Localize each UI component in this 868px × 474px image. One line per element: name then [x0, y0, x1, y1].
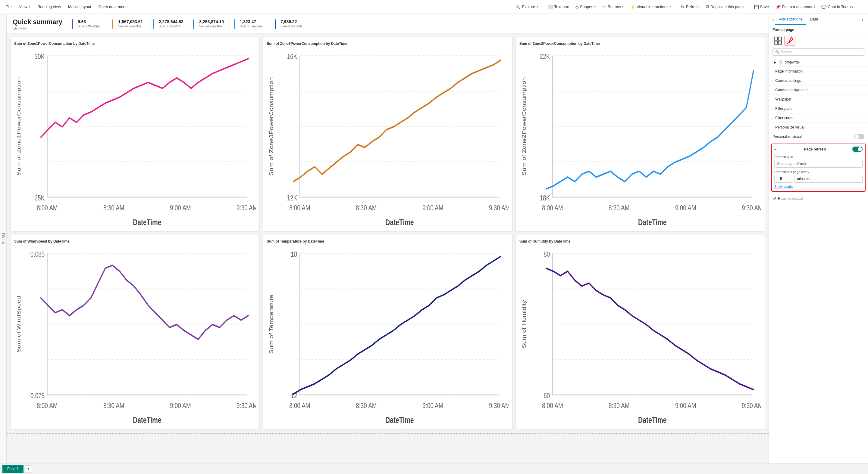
chart-area-5: 8060 8:00 AM8:30 AM9:00 AM9:30 AM DateTi… [519, 245, 761, 426]
svg-rect-92 [774, 41, 778, 44]
svg-text:9:00 AM: 9:00 AM [170, 204, 191, 212]
save-button[interactable]: 💾 Save [751, 3, 772, 10]
svg-text:DateTime: DateTime [385, 217, 414, 227]
kpi-value-5: 7,986.22 [280, 19, 303, 24]
pin-button[interactable]: 📌 Pin to a dashboard [773, 3, 818, 10]
chart-area-1: 16K12K 8:00 AM8:30 AM9:00 AM9:30 AM Date… [267, 47, 508, 229]
kpi-item-5: 7,986.22 Sum of Humidity [275, 19, 305, 29]
sep1 [543, 3, 543, 10]
chart-svg-4: 1812 8:00 AM8:30 AM9:00 AM9:30 AM DateTi… [267, 245, 508, 426]
personalize-visual-toggle[interactable] [854, 134, 864, 139]
file-label: File [5, 4, 12, 9]
section-arrow-6: › [773, 126, 773, 129]
section-5[interactable]: › Filter cards [769, 113, 868, 123]
panel-collapse-left[interactable]: ‹ [771, 15, 775, 24]
section-4[interactable]: › Filter pane [769, 104, 868, 113]
kpi-item-4: 1,823.47 Sum of Temperat... [234, 19, 268, 29]
report-title-block: Quick summary citypwrtbl [13, 18, 62, 30]
svg-rect-90 [774, 37, 778, 40]
file-menu[interactable]: File [2, 3, 15, 10]
kpi-cards: 9.63 Sum of WindSpe... 1,567,053.51 Sum … [72, 19, 305, 29]
more-button[interactable]: ... [856, 3, 866, 10]
shapes-button[interactable]: ◇ Shapes ▾ [572, 3, 599, 10]
svg-text:8:00 AM: 8:00 AM [289, 402, 310, 410]
duplicate-button[interactable]: ⧉ Duplicate this page [703, 3, 747, 10]
refresh-button[interactable]: ↻ Refresh [678, 3, 703, 10]
tab-data[interactable]: Data [806, 14, 822, 25]
search-icon: 🔍 [775, 50, 780, 54]
chat-button[interactable]: 💬 Chat in Teams [818, 3, 856, 10]
charts-grid: Sum of Zone1PowerConsumption by DateTime… [7, 33, 769, 433]
report-header: Quick summary citypwrtbl 9.63 Sum of Win… [7, 14, 769, 33]
svg-text:DateTime: DateTime [133, 415, 161, 424]
show-details-link[interactable]: Show details [774, 185, 793, 189]
page-refresh-toggle[interactable] [852, 146, 863, 152]
panel-expand-right[interactable]: › [859, 15, 866, 24]
explore-button[interactable]: 🔍 Explore ▾ [513, 3, 541, 10]
add-page-button[interactable]: + [25, 465, 32, 473]
section-label-1: Canvas settings [775, 78, 801, 83]
svg-text:Sum of Zone1PowerConsumption: Sum of Zone1PowerConsumption [16, 77, 22, 176]
format-tab-grid[interactable] [773, 36, 783, 45]
shapes-icon: ◇ [576, 4, 579, 9]
view-arrow: ▾ [29, 5, 30, 8]
chart-title-0: Sum of Zone1PowerConsumption by DateTime [14, 41, 256, 46]
svg-text:Sum of Humidity: Sum of Humidity [521, 300, 527, 348]
reset-default-button[interactable]: ↺ Reset to default [769, 194, 868, 203]
svg-text:Sum of Zone3PowerConsumption: Sum of Zone3PowerConsumption [269, 77, 274, 176]
reading-view[interactable]: Reading view [34, 3, 64, 10]
toolbar-right: 🔍 Explore ▾ ⬜ Text box ◇ Shapes ▾ ▭ Butt… [513, 3, 866, 10]
section-arrow-0: › [773, 70, 773, 73]
section-0[interactable]: › Page information [769, 67, 868, 76]
section-label-0: Page information [775, 69, 803, 73]
svg-text:Sum of Temperature: Sum of Temperature [269, 295, 274, 354]
table-icon: 📋 [778, 60, 783, 64]
svg-text:8:30 AM: 8:30 AM [356, 204, 377, 212]
mobile-layout[interactable]: Mobile layout [65, 3, 94, 10]
refresh-type-select[interactable]: Auto page refresh [774, 160, 863, 168]
svg-text:9:30 AM: 9:30 AM [489, 402, 508, 410]
panel-search[interactable]: 🔍 [773, 48, 864, 56]
kpi-label-2: Sum of Zone2Po... [159, 25, 184, 28]
svg-text:9:30 AM: 9:30 AM [237, 402, 256, 410]
kpi-item-3: 3,268,874.19 Sum of Zone1Po... [193, 19, 226, 29]
section-1[interactable]: › Canvas settings [769, 76, 868, 85]
section-arrow-1: › [773, 79, 773, 82]
page-refresh-header: ▾ Page refresh [774, 146, 863, 152]
chart-title-4: Sum of Temperature by DateTime [267, 239, 508, 243]
kpi-label-5: Sum of Humidity [280, 25, 303, 28]
pin-icon: 📌 [776, 4, 781, 9]
visual-interactions-button[interactable]: ⚡ Visual interactions ▾ [627, 3, 674, 10]
svg-text:80: 80 [544, 250, 550, 259]
chart-card-3: Sum of WindSpeed by DateTime 0.0850.075 … [10, 235, 260, 430]
filters-strip[interactable]: Filters [0, 14, 7, 463]
page-refresh-title: Page refresh [804, 147, 826, 151]
data-tree-item[interactable]: ▶ 📋 citypwrtbl [773, 59, 864, 65]
buttons-button[interactable]: ▭ Buttons ▾ [599, 3, 627, 10]
personalize-visual-label: Personalize visual [773, 135, 802, 139]
textbox-button[interactable]: ⬜ Text box [545, 3, 572, 10]
svg-text:18: 18 [291, 250, 298, 259]
open-data-model[interactable]: Open data model [95, 3, 132, 10]
page-tab-1[interactable]: Page 1 [2, 465, 24, 473]
svg-text:25K: 25K [35, 194, 45, 202]
svg-text:30K: 30K [35, 53, 45, 61]
tab-visualizations[interactable]: Visualizations [775, 14, 806, 25]
svg-text:9:30 AM: 9:30 AM [489, 204, 508, 212]
refresh-unit-select[interactable]: minutes seconds [794, 175, 863, 183]
search-input[interactable] [781, 50, 862, 54]
kpi-label-0: Sum of WindSpe... [78, 25, 103, 28]
section-2[interactable]: › Canvas background [769, 85, 868, 95]
section-3[interactable]: › Wallpaper [769, 95, 868, 104]
view-menu[interactable]: View ▾ [16, 3, 33, 10]
chart-svg-1: 16K12K 8:00 AM8:30 AM9:00 AM9:30 AM Date… [267, 47, 508, 229]
refresh-number-input[interactable] [774, 175, 793, 183]
explore-icon: 🔍 [516, 4, 521, 9]
bottom-strip [7, 433, 769, 463]
page-refresh-arrow: ▾ [774, 148, 776, 151]
section-6[interactable]: › Personalize visual [769, 123, 868, 132]
format-tab-paintbrush[interactable] [784, 36, 796, 45]
refresh-type-label: Refresh type [774, 155, 863, 159]
chart-title-3: Sum of WindSpeed by DateTime [14, 239, 256, 243]
kpi-label-1: Sum of Zone3Po... [118, 25, 143, 28]
